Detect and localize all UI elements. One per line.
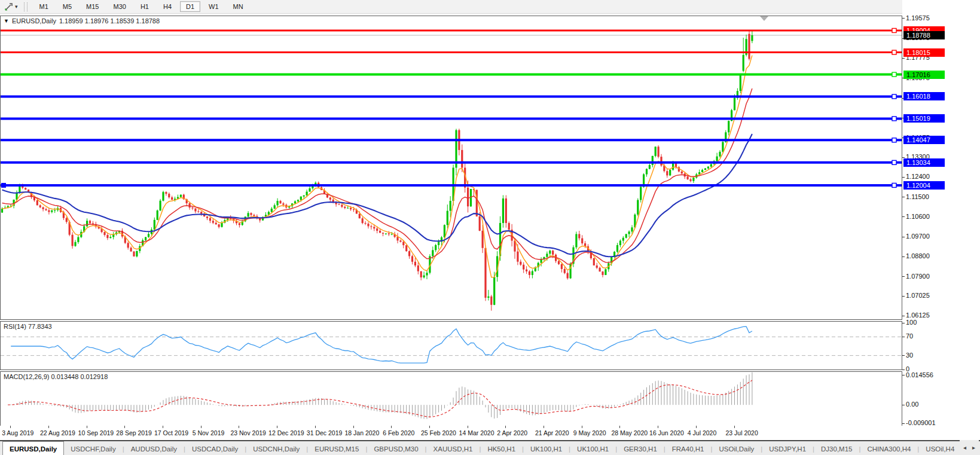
timeframe-button-m30[interactable]: M30	[108, 1, 132, 12]
chart-header: ▼ EURUSD,Daily 1.18959 1.18976 1.18539 1…	[4, 17, 160, 25]
chart-tab-eurusd-m15[interactable]: EURUSD,M15	[308, 441, 365, 455]
price-tag-1.13034: 1.13034	[903, 158, 945, 167]
date-tick	[124, 426, 125, 428]
chart-tab-usoil-daily[interactable]: USOil,Daily	[712, 441, 761, 455]
timeframe-button-m15[interactable]: M15	[80, 1, 105, 12]
chart-tab-eurusd-daily[interactable]: EURUSD,Daily	[2, 441, 64, 455]
date-tick	[582, 426, 582, 428]
chart-tab-fra40-h1[interactable]: FRA40,H1	[665, 441, 711, 455]
tab-scroll-left-icon[interactable]: ◂	[963, 444, 966, 451]
macd-tick--0.009001: -0.009001	[902, 419, 936, 426]
date-tick	[391, 426, 392, 428]
date-label: 10 Sep 2019	[78, 429, 114, 436]
macd-tick-0.014556: 0.014556	[902, 371, 933, 378]
macd-chart[interactable]	[1, 372, 902, 426]
date-label: 28 May 2020	[611, 429, 648, 436]
line-handle[interactable]	[892, 183, 896, 187]
line-handle[interactable]	[892, 50, 896, 54]
date-label: 22 Aug 2019	[40, 429, 75, 436]
chart-tab-dj30-m15[interactable]: DJ30,M15	[814, 441, 859, 455]
price-tick-1.11500: 1.11500	[902, 193, 929, 200]
date-tick	[505, 426, 506, 428]
date-label: 6 Feb 2020	[383, 429, 414, 436]
line-handle[interactable]	[892, 160, 896, 164]
crosshair-tool-icon[interactable]	[3, 2, 14, 11]
tab-scroll-right-icon[interactable]: ▸	[972, 444, 975, 451]
date-label: 9 May 2020	[573, 429, 606, 436]
tool-dropdown-caret[interactable]: ▾	[15, 4, 18, 10]
rsi-tick-100: 100	[902, 319, 917, 326]
macd-panel[interactable]: MACD(12,26,9) 0.013448 0.012918	[0, 371, 902, 426]
chart-tab-usoil-h4[interactable]: USOil,H4	[919, 441, 961, 455]
chart-tab-usdcnh-daily[interactable]: USDCNH,Daily	[246, 441, 306, 455]
price-tick-1.07025: 1.07025	[902, 292, 930, 299]
chart-tab-gbpusd-m30[interactable]: GBPUSD,M30	[367, 441, 425, 455]
chart-tab-ger30-h1[interactable]: GER30,H1	[617, 441, 664, 455]
chart-tab-uk100-h1[interactable]: UK100,H1	[570, 441, 615, 455]
date-label: 5 Nov 2019	[193, 429, 225, 436]
date-tick	[353, 426, 354, 428]
date-tick	[696, 426, 697, 428]
tab-scroll-controls: ◂ ▸	[960, 440, 979, 455]
line-handle[interactable]	[892, 117, 896, 121]
price-chart-panel[interactable]: ▼ EURUSD,Daily 1.18959 1.18976 1.18539 1…	[0, 16, 902, 320]
date-tick	[429, 426, 430, 428]
timeframe-button-w1[interactable]: W1	[203, 1, 225, 12]
chart-tab-usdchf-daily[interactable]: USDCHF,Daily	[64, 441, 122, 455]
date-label: 28 Sep 2019	[116, 429, 152, 436]
date-tick	[277, 426, 277, 428]
price-tick-1.12400: 1.12400	[902, 173, 930, 180]
date-tick	[544, 426, 544, 428]
chart-tab-audusd-daily[interactable]: AUDUSD,Daily	[124, 441, 184, 455]
timeframe-button-h1[interactable]: H1	[135, 1, 155, 12]
chart-tab-usdjpy-h1[interactable]: USDJPY,H1	[762, 441, 813, 455]
chart-tabs-bar: EURUSD,DailyUSDCHF,Daily|AUDUSD,Daily|US…	[0, 440, 980, 455]
toolbar-grip	[24, 2, 28, 11]
timeframe-button-d1[interactable]: D1	[180, 1, 200, 12]
rsi-panel[interactable]: RSI(14) 77.8343	[0, 321, 902, 370]
moving-average-slow	[2, 134, 752, 256]
price-tick-1.09700: 1.09700	[902, 233, 930, 240]
date-tick	[619, 426, 620, 428]
date-label: 18 Jan 2020	[345, 429, 380, 436]
price-tick-1.10600: 1.10600	[902, 213, 930, 220]
date-tick	[239, 426, 239, 428]
macd-label: MACD(12,26,9) 0.013448 0.012918	[4, 373, 108, 380]
timeframe-button-h4[interactable]: H4	[157, 1, 178, 12]
date-label: 31 Dec 2019	[307, 429, 343, 436]
price-tag-1.14047: 1.14047	[903, 136, 945, 144]
date-label: 23 Jul 2020	[726, 429, 758, 436]
rsi-chart[interactable]	[1, 322, 902, 370]
chart-tab-usdcad-daily[interactable]: USDCAD,Daily	[185, 441, 245, 455]
candlestick-chart[interactable]	[1, 16, 902, 319]
date-label: 2 Apr 2020	[497, 429, 527, 436]
chart-tab-xauusd-h1[interactable]: XAUUSD,H1	[427, 441, 480, 455]
line-handle-left[interactable]	[1, 183, 6, 188]
chart-header-collapse-icon[interactable]: ▼	[4, 18, 9, 24]
date-label: 21 Apr 2020	[535, 429, 569, 436]
date-tick	[163, 426, 163, 428]
price-tag-1.18788: 1.18788	[903, 31, 945, 39]
timeframe-button-mn[interactable]: MN	[227, 1, 249, 12]
date-label: 14 Mar 2020	[459, 429, 494, 436]
line-handle[interactable]	[892, 138, 896, 142]
rsi-tick-70: 70	[902, 332, 913, 340]
timeframe-button-m5[interactable]: M5	[57, 1, 78, 12]
chart-shift-marker[interactable]	[760, 16, 768, 21]
price-tag-1.18015: 1.18015	[903, 48, 945, 57]
chart-tab-china300-h4[interactable]: CHINA300,H4	[860, 441, 917, 455]
price-tick-1.06125: 1.06125	[902, 312, 930, 319]
price-tick-1.07900: 1.07900	[902, 273, 930, 280]
chart-symbol-label: EURUSD,Daily	[12, 17, 56, 25]
line-handle[interactable]	[892, 29, 896, 33]
line-handle[interactable]	[892, 72, 896, 77]
price-axis: 1.195751.186751.177751.168751.159751.150…	[902, 0, 980, 455]
line-handle[interactable]	[892, 94, 896, 99]
chart-tab-uk100-h1[interactable]: UK100,H1	[524, 441, 569, 455]
date-label: 3 Aug 2019	[2, 429, 33, 436]
price-tag-1.12004: 1.12004	[903, 181, 945, 190]
timeframe-button-m1[interactable]: M1	[33, 1, 54, 12]
chart-tab-hk50-h1[interactable]: HK50,H1	[481, 441, 522, 455]
date-label: 12 Dec 2019	[268, 429, 304, 436]
date-tick	[734, 426, 735, 428]
